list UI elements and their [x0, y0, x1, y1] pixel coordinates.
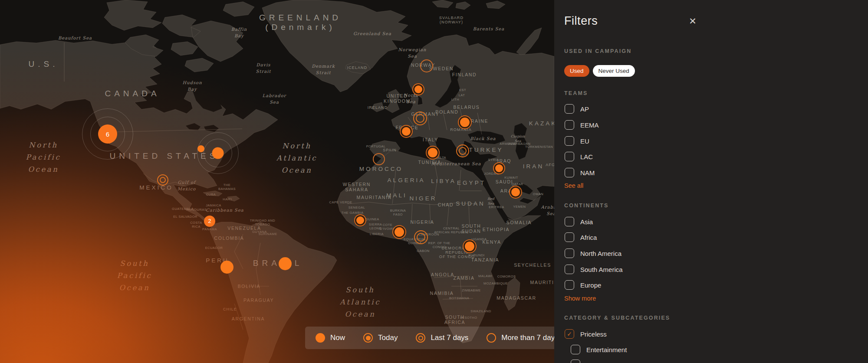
checkbox[interactable] [565, 104, 574, 114]
checkbox[interactable] [565, 120, 574, 130]
legend-label: More than 7 days ago [501, 334, 554, 342]
checkbox-label: EEMA [580, 121, 599, 129]
checkbox-label: North America [580, 250, 621, 257]
section-heading-used-in-campaign: USED IN CAMPAIGN [564, 48, 631, 54]
checkbox-label: NAM [580, 169, 595, 177]
continent-option-asia[interactable]: Asia [565, 217, 593, 226]
team-option-eu[interactable]: EU [565, 136, 589, 146]
map-markers: 6 2 [0, 0, 554, 363]
legend-item-last-7-days: Last 7 days [416, 333, 468, 343]
checkbox-label: LAC [580, 153, 593, 160]
map-legend: Now Today Last 7 days More than 7 days a… [305, 327, 554, 349]
marker-now[interactable] [197, 145, 204, 152]
checkbox[interactable] [565, 168, 574, 177]
checkbox[interactable] [571, 345, 580, 354]
checkbox-label: Asia [580, 218, 593, 226]
marker-older[interactable] [373, 153, 385, 165]
now-dot-icon [316, 333, 325, 343]
checkbox[interactable] [565, 217, 574, 226]
older-ring-icon [487, 333, 496, 343]
show-more-link[interactable]: Show more [564, 295, 596, 302]
marker-cluster[interactable]: 2 [204, 216, 215, 227]
marker-older[interactable] [420, 59, 433, 72]
marker-last-7-days[interactable] [413, 111, 427, 125]
team-option-eema[interactable]: EEMA [565, 120, 599, 130]
category-option-priceless[interactable]: ✓ Priceless [565, 329, 607, 339]
team-option-ap[interactable]: AP [565, 104, 589, 114]
checkbox[interactable] [565, 136, 574, 146]
checkbox[interactable] [571, 360, 580, 363]
checkbox-label: Priceless [580, 330, 607, 338]
checkbox[interactable] [565, 152, 574, 161]
checkbox[interactable] [565, 249, 574, 258]
app-screen: U.S. CANADA GREENLAND (Denmark) SVALBARD… [0, 0, 868, 363]
world-map[interactable]: U.S. CANADA GREENLAND (Denmark) SVALBARD… [0, 0, 554, 363]
marker-today[interactable] [460, 118, 470, 127]
section-heading-teams: TEAMS [564, 90, 588, 96]
team-option-lac[interactable]: LAC [565, 152, 593, 161]
legend-item-older: More than 7 days ago [487, 333, 554, 343]
continent-option-south-america[interactable]: South America [565, 265, 623, 274]
close-icon[interactable]: ✕ [686, 15, 699, 28]
marker-now[interactable] [212, 147, 224, 159]
checkbox-label: AP [580, 105, 589, 113]
section-heading-categories: CATEGORY & SUBCATEGORIES [564, 315, 670, 321]
checkbox-label: Europe [580, 281, 601, 289]
marker-now[interactable] [220, 261, 233, 274]
continent-option-africa[interactable]: Africa [565, 232, 597, 242]
legend-label: Last 7 days [431, 334, 468, 342]
checkbox[interactable] [565, 265, 574, 274]
checkbox-label: EU [580, 137, 589, 145]
marker-last-7-days[interactable] [456, 144, 469, 157]
checkbox[interactable] [565, 232, 574, 242]
legend-label: Today [378, 334, 398, 342]
continent-option-europe[interactable]: Europe [565, 280, 601, 290]
checkbox-label: South America [580, 266, 623, 273]
section-heading-continents: CONTINENTS [564, 203, 609, 209]
chip-used[interactable]: Used [564, 65, 589, 77]
marker-now[interactable] [279, 257, 292, 270]
last-7-days-ring-icon [416, 333, 425, 343]
marker-cluster[interactable]: 6 [98, 124, 117, 144]
marker-today[interactable] [414, 85, 422, 93]
marker-today[interactable] [495, 164, 503, 172]
panel-title: Filters [564, 14, 598, 28]
checkbox[interactable] [565, 280, 574, 290]
marker-today[interactable] [395, 227, 404, 237]
legend-item-today: Today [363, 333, 398, 343]
subcategory-option-entertainment[interactable]: Entertainment [571, 345, 627, 354]
team-option-nam[interactable]: NAM [565, 168, 595, 177]
legend-label: Now [330, 334, 345, 342]
continent-option-north-america[interactable]: North America [565, 249, 621, 258]
subcategory-option-partial[interactable] [571, 360, 580, 363]
marker-today[interactable] [402, 127, 411, 136]
marker-today[interactable] [428, 148, 437, 157]
marker-today[interactable] [511, 188, 520, 196]
today-dot-icon [363, 333, 373, 343]
legend-item-now: Now [316, 333, 345, 343]
marker-last-7-days[interactable] [414, 230, 428, 244]
filters-panel: Filters ✕ USED IN CAMPAIGN Used Never Us… [554, 0, 868, 363]
campaign-chips: Used Never Used [564, 65, 635, 77]
chip-never-used[interactable]: Never Used [593, 65, 635, 77]
checkbox-checked[interactable]: ✓ [565, 329, 574, 339]
checkbox-label: Entertainment [586, 346, 627, 353]
checkbox-label: Africa [580, 234, 597, 241]
marker-last-7-days[interactable] [157, 174, 168, 186]
see-all-link[interactable]: See all [564, 182, 583, 189]
marker-today[interactable] [465, 242, 474, 251]
marker-today[interactable] [356, 216, 364, 224]
